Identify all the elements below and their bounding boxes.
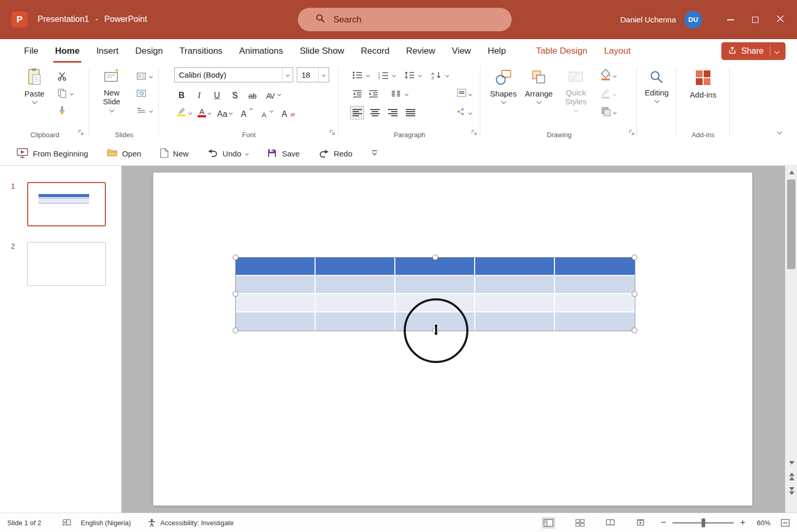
slide-sorter-view-button[interactable] bbox=[575, 519, 585, 527]
chevron-down-icon[interactable] bbox=[277, 92, 281, 95]
slide-thumbnail-2[interactable] bbox=[27, 242, 106, 286]
justify-button[interactable] bbox=[404, 106, 417, 119]
shapes-button[interactable]: Shapes bbox=[488, 69, 518, 103]
language-status[interactable]: English (Nigeria) bbox=[81, 519, 131, 527]
previous-slide-button[interactable] bbox=[786, 473, 797, 480]
table-cell[interactable] bbox=[236, 276, 316, 294]
font-color-button[interactable]: A bbox=[198, 108, 211, 117]
sort-button[interactable]: AZ bbox=[430, 69, 443, 81]
customize-qat-button[interactable] bbox=[371, 149, 378, 158]
accessibility-icon[interactable] bbox=[148, 518, 156, 527]
table-header-cell[interactable] bbox=[395, 258, 475, 276]
tab-record[interactable]: Record bbox=[353, 39, 398, 63]
tab-help[interactable]: Help bbox=[479, 39, 514, 63]
numbering-button[interactable]: 123 bbox=[377, 69, 390, 81]
scroll-down-button[interactable] bbox=[786, 461, 797, 465]
chevron-down-icon[interactable] bbox=[405, 92, 408, 95]
reading-view-button[interactable] bbox=[606, 519, 615, 526]
proofing-check-icon[interactable] bbox=[62, 519, 71, 527]
resize-handle-top-left[interactable] bbox=[233, 255, 238, 260]
minimize-button[interactable] bbox=[718, 0, 743, 39]
resize-handle-bottom-left[interactable] bbox=[233, 328, 238, 333]
table-cell[interactable] bbox=[236, 312, 316, 331]
clipboard-dialog-launcher[interactable] bbox=[78, 128, 84, 138]
table-cell[interactable] bbox=[475, 294, 555, 312]
table-header-cell[interactable] bbox=[316, 258, 395, 276]
paste-button[interactable]: Paste bbox=[19, 68, 50, 103]
tab-home[interactable]: Home bbox=[46, 39, 88, 63]
character-spacing-button[interactable]: AV bbox=[265, 88, 275, 100]
tab-file[interactable]: File bbox=[16, 39, 46, 63]
collapse-ribbon-button[interactable] bbox=[778, 126, 781, 136]
decrease-font-size-button[interactable]: A bbox=[259, 106, 273, 119]
from-beginning-button[interactable]: From Beginning bbox=[17, 148, 88, 160]
chevron-down-icon[interactable] bbox=[445, 73, 449, 77]
tab-slide-show[interactable]: Slide Show bbox=[292, 39, 353, 63]
tab-design[interactable]: Design bbox=[127, 39, 171, 63]
add-ins-button[interactable]: Add-ins bbox=[687, 69, 719, 99]
underline-button[interactable]: U bbox=[212, 88, 222, 100]
editing-button[interactable]: Editing bbox=[642, 70, 672, 102]
share-button[interactable]: Share bbox=[721, 42, 786, 60]
cut-button[interactable] bbox=[55, 70, 68, 82]
resize-handle-middle-right[interactable] bbox=[632, 291, 637, 297]
vertical-scrollbar[interactable] bbox=[785, 166, 797, 513]
zoom-in-button[interactable]: + bbox=[740, 517, 745, 528]
increase-font-size-button[interactable]: A bbox=[238, 106, 252, 119]
tab-view[interactable]: View bbox=[443, 39, 479, 63]
chevron-down-icon[interactable] bbox=[392, 73, 396, 77]
undo-button[interactable]: Undo bbox=[208, 148, 249, 160]
slide-thumbnail-1[interactable] bbox=[27, 182, 106, 226]
slide-canvas[interactable] bbox=[153, 172, 753, 506]
section-button[interactable] bbox=[135, 104, 148, 117]
chevron-down-icon[interactable] bbox=[70, 91, 74, 95]
normal-view-button[interactable] bbox=[542, 518, 554, 528]
search-box[interactable]: Search bbox=[298, 8, 512, 31]
convert-to-smartart-button[interactable] bbox=[456, 107, 472, 118]
change-case-button[interactable]: Aa bbox=[217, 106, 232, 119]
user-name[interactable]: Daniel Uchenna bbox=[620, 15, 676, 24]
drawing-dialog-launcher[interactable] bbox=[629, 128, 635, 138]
tab-insert[interactable]: Insert bbox=[88, 39, 127, 63]
shape-outline-button[interactable] bbox=[600, 87, 616, 101]
shape-effects-button[interactable] bbox=[600, 105, 616, 119]
maximize-button[interactable] bbox=[743, 0, 768, 39]
table-cell[interactable] bbox=[555, 276, 635, 294]
tab-animations[interactable]: Animations bbox=[231, 39, 292, 63]
text-shadow-button[interactable]: S bbox=[230, 88, 240, 100]
table-cell[interactable] bbox=[475, 312, 555, 331]
shape-fill-button[interactable] bbox=[600, 69, 616, 83]
align-text-button[interactable] bbox=[456, 89, 472, 99]
scrollbar-thumb[interactable] bbox=[787, 179, 795, 269]
table-cell[interactable] bbox=[395, 276, 475, 294]
resize-handle-top-right[interactable] bbox=[632, 255, 637, 260]
chevron-down-icon[interactable] bbox=[245, 152, 249, 155]
decrease-indent-button[interactable] bbox=[351, 88, 364, 100]
save-button[interactable]: Save bbox=[267, 148, 299, 160]
table-cell[interactable] bbox=[316, 276, 395, 294]
font-size-combobox[interactable]: 18 bbox=[297, 67, 329, 82]
open-button[interactable]: Open bbox=[107, 149, 141, 159]
tab-layout[interactable]: Layout bbox=[596, 39, 639, 63]
tab-transitions[interactable]: Transitions bbox=[171, 39, 231, 63]
new-button[interactable]: New bbox=[160, 148, 189, 160]
tab-table-design[interactable]: Table Design bbox=[528, 39, 596, 63]
zoom-out-button[interactable]: − bbox=[661, 517, 666, 528]
copy-button[interactable] bbox=[55, 87, 68, 100]
paragraph-dialog-launcher[interactable] bbox=[471, 128, 477, 138]
zoom-slider-thumb[interactable] bbox=[702, 518, 705, 527]
font-dialog-launcher[interactable] bbox=[329, 128, 335, 138]
chevron-down-icon[interactable] bbox=[418, 73, 422, 77]
resize-handle-bottom-right[interactable] bbox=[632, 328, 637, 333]
quick-styles-button[interactable]: Quick Styles bbox=[559, 69, 593, 112]
reset-slide-button[interactable] bbox=[135, 87, 148, 100]
chevron-down-icon[interactable] bbox=[149, 108, 153, 112]
tab-review[interactable]: Review bbox=[398, 39, 444, 63]
table-cell[interactable] bbox=[475, 276, 555, 294]
zoom-slider[interactable] bbox=[672, 522, 734, 524]
columns-button[interactable] bbox=[389, 88, 402, 100]
table-header-cell[interactable] bbox=[236, 258, 316, 276]
table-header-cell[interactable] bbox=[555, 258, 635, 276]
align-left-button[interactable] bbox=[351, 106, 364, 119]
table-cell[interactable] bbox=[316, 294, 395, 312]
